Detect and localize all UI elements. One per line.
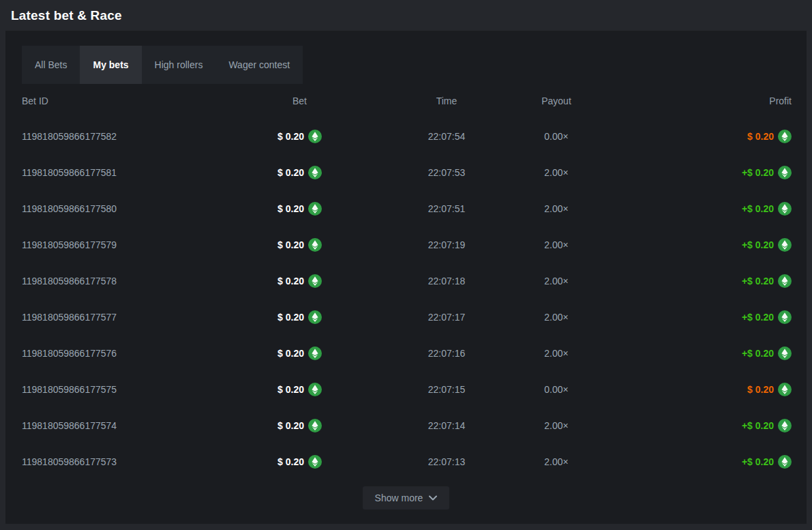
table-row[interactable]: 119818059866177581 $ 0.20 22:07:53 2.00×…: [22, 154, 792, 190]
eth-coin-icon: [308, 310, 322, 324]
tab-high-rollers[interactable]: High rollers: [142, 46, 216, 84]
time-cell: 22:07:51: [378, 203, 515, 214]
bet-amount-cell: $ 0.20: [213, 274, 378, 288]
eth-coin-icon: [778, 455, 792, 469]
tab-my-bets[interactable]: My bets: [80, 46, 141, 84]
time-cell: 22:07:15: [378, 384, 515, 395]
column-header-time: Time: [378, 95, 515, 106]
profit-cell: +$ 0.20: [598, 202, 792, 216]
tab-wager-contest[interactable]: Wager contest: [215, 46, 303, 84]
profit-cell: +$ 0.20: [598, 347, 792, 360]
profit-cell: +$ 0.20: [598, 274, 792, 288]
bet-amount-cell: $ 0.20: [213, 238, 378, 252]
payout-cell: 2.00×: [515, 348, 598, 359]
bet-amount-cell: $ 0.20: [213, 347, 378, 360]
profit-cell: +$ 0.20: [598, 310, 792, 324]
time-cell: 22:07:18: [378, 276, 515, 286]
table-row[interactable]: 119818059866177573 $ 0.20 22:07:13 2.00×…: [22, 443, 792, 480]
table-row[interactable]: 119818059866177576 $ 0.20 22:07:16 2.00×…: [22, 335, 792, 371]
column-header-bet: Bet: [213, 95, 378, 106]
eth-coin-icon: [778, 383, 792, 396]
profit-cell: $ 0.20: [598, 130, 792, 143]
profit-cell: $ 0.20: [598, 383, 792, 396]
time-cell: 22:07:53: [378, 167, 515, 178]
eth-coin-icon: [308, 419, 322, 432]
bet-id-cell: 119818059866177573: [22, 456, 213, 467]
time-cell: 22:07:14: [378, 420, 515, 431]
bet-amount-cell: $ 0.20: [213, 310, 378, 324]
bet-amount-cell: $ 0.20: [213, 383, 378, 396]
bets-table: Bet ID Bet Time Payout Profit 1198180598…: [22, 84, 792, 480]
column-header-payout: Payout: [515, 95, 598, 106]
eth-coin-icon: [308, 238, 322, 252]
section-header: Latest bet & Race: [0, 0, 812, 31]
eth-coin-icon: [778, 419, 792, 432]
table-row[interactable]: 119818059866177582 $ 0.20 22:07:54 0.00×…: [22, 118, 792, 154]
eth-coin-icon: [308, 455, 322, 469]
eth-coin-icon: [308, 383, 322, 396]
bet-amount-cell: $ 0.20: [213, 202, 378, 216]
bet-id-cell: 119818059866177574: [22, 420, 213, 431]
payout-cell: 2.00×: [515, 456, 598, 467]
bet-id-cell: 119818059866177577: [22, 312, 213, 323]
table-row[interactable]: 119818059866177577 $ 0.20 22:07:17 2.00×…: [22, 299, 792, 335]
chevron-down-icon: [429, 495, 437, 501]
bet-id-cell: 119818059866177579: [22, 239, 213, 250]
table-header-row: Bet ID Bet Time Payout Profit: [22, 84, 792, 118]
bet-amount-cell: $ 0.20: [213, 130, 378, 143]
bet-id-cell: 119818059866177576: [22, 348, 213, 359]
table-body: 119818059866177582 $ 0.20 22:07:54 0.00×…: [22, 118, 792, 480]
payout-cell: 0.00×: [515, 131, 598, 142]
payout-cell: 2.00×: [515, 312, 598, 323]
eth-coin-icon: [308, 274, 322, 288]
bets-panel: All Bets My bets High rollers Wager cont…: [5, 31, 807, 524]
column-header-profit: Profit: [598, 95, 792, 106]
table-row[interactable]: 119818059866177578 $ 0.20 22:07:18 2.00×…: [22, 263, 792, 299]
profit-cell: +$ 0.20: [598, 238, 792, 252]
table-row[interactable]: 119818059866177575 $ 0.20 22:07:15 0.00×…: [22, 371, 792, 407]
table-row[interactable]: 119818059866177580 $ 0.20 22:07:51 2.00×…: [22, 190, 792, 226]
eth-coin-icon: [778, 347, 792, 360]
payout-cell: 0.00×: [515, 384, 598, 395]
time-cell: 22:07:13: [378, 456, 515, 467]
bets-tab-bar: All Bets My bets High rollers Wager cont…: [22, 46, 303, 84]
payout-cell: 2.00×: [515, 167, 598, 178]
show-more-button[interactable]: Show more: [363, 486, 450, 510]
time-cell: 22:07:16: [378, 348, 515, 359]
show-more-label: Show more: [375, 492, 423, 503]
eth-coin-icon: [778, 166, 792, 179]
eth-coin-icon: [778, 202, 792, 216]
tab-all-bets[interactable]: All Bets: [22, 46, 80, 84]
bet-id-cell: 119818059866177582: [22, 131, 213, 142]
eth-coin-icon: [778, 310, 792, 324]
profit-cell: +$ 0.20: [598, 166, 792, 179]
time-cell: 22:07:19: [378, 239, 515, 250]
bet-id-cell: 119818059866177581: [22, 167, 213, 178]
payout-cell: 2.00×: [515, 203, 598, 214]
time-cell: 22:07:54: [378, 131, 515, 142]
time-cell: 22:07:17: [378, 312, 515, 323]
bet-id-cell: 119818059866177575: [22, 384, 213, 395]
eth-coin-icon: [308, 347, 322, 360]
bet-amount-cell: $ 0.20: [213, 419, 378, 432]
eth-coin-icon: [308, 166, 322, 179]
eth-coin-icon: [308, 202, 322, 216]
page-title: Latest bet & Race: [11, 8, 122, 23]
payout-cell: 2.00×: [515, 420, 598, 431]
profit-cell: +$ 0.20: [598, 455, 792, 469]
bet-id-cell: 119818059866177580: [22, 203, 213, 214]
bet-amount-cell: $ 0.20: [213, 455, 378, 469]
table-row[interactable]: 119818059866177579 $ 0.20 22:07:19 2.00×…: [22, 226, 792, 263]
table-row[interactable]: 119818059866177574 $ 0.20 22:07:14 2.00×…: [22, 407, 792, 443]
bet-amount-cell: $ 0.20: [213, 166, 378, 179]
eth-coin-icon: [778, 238, 792, 252]
eth-coin-icon: [308, 130, 322, 143]
profit-cell: +$ 0.20: [598, 419, 792, 432]
payout-cell: 2.00×: [515, 276, 598, 286]
bet-id-cell: 119818059866177578: [22, 276, 213, 286]
payout-cell: 2.00×: [515, 239, 598, 250]
eth-coin-icon: [778, 130, 792, 143]
column-header-bet-id: Bet ID: [22, 95, 213, 106]
eth-coin-icon: [778, 274, 792, 288]
